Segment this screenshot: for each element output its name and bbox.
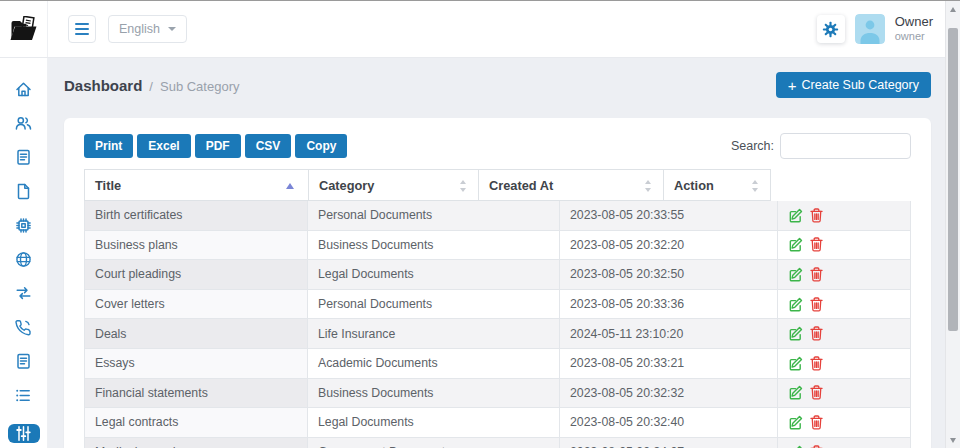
search-input[interactable] [780,133,911,159]
csv-button[interactable]: CSV [245,134,292,158]
sidebar-item-transactions[interactable] [14,284,33,302]
sidebar-item-users[interactable] [14,114,33,132]
hamburger-icon [75,23,89,25]
copy-button[interactable]: Copy [295,134,347,158]
sub-category-table: Title Category Created At Action Birth c… [84,169,911,448]
sidebar-item-settings-active[interactable] [8,424,40,443]
cell-title: Deals [84,319,308,349]
cell-title: Legal contracts [84,408,308,438]
column-header-title[interactable]: Title [84,169,309,201]
cell-created-at: 2023-08-05 20:34:07 [560,438,778,448]
vertical-scrollbar[interactable] [945,1,960,448]
cell-category: Government Documents [308,438,560,448]
sort-asc-icon [286,183,294,189]
print-button[interactable]: Print [84,134,133,158]
table-row: Legal contracts Legal Documents 2023-08-… [84,408,911,438]
delete-icon[interactable] [810,415,823,430]
table-header: Title Category Created At Action [84,169,911,201]
sidebar [0,58,48,448]
edit-icon[interactable] [788,297,803,312]
sliders-icon [14,424,33,443]
delete-icon[interactable] [810,356,823,371]
cell-title: Business plans [84,231,308,261]
sidebar-toggle-button[interactable] [68,15,96,43]
delete-icon[interactable] [810,445,823,448]
delete-icon[interactable] [810,326,823,341]
sidebar-item-list[interactable] [14,386,33,404]
sidebar-item-web[interactable] [14,250,33,268]
plus-icon: + [788,78,797,93]
cell-action [778,231,911,261]
breadcrumb-current: Sub Category [160,79,240,94]
cell-action [778,438,911,448]
cell-created-at: 2023-08-05 20:33:36 [560,290,778,320]
excel-button[interactable]: Excel [137,134,190,158]
delete-icon[interactable] [810,385,823,400]
edit-icon[interactable] [788,326,803,341]
delete-icon[interactable] [810,297,823,312]
export-button-group: Print Excel PDF CSV Copy [84,134,347,158]
edit-icon[interactable] [788,445,803,448]
file-icon [14,182,33,201]
cell-created-at: 2023-08-05 20:33:55 [560,201,778,231]
cell-action [778,408,911,438]
scrollbar-thumb[interactable] [948,28,958,331]
cell-category: Legal Documents [308,408,560,438]
cell-action [778,201,911,231]
table-row: Medical records Government Documents 202… [84,438,911,448]
chevron-down-icon [168,27,176,31]
user-name: Owner [895,15,933,30]
cell-title: Financial statements [84,379,308,409]
main-content: Dashboard / Sub Category + Create Sub Ca… [48,58,960,448]
table-row: Essays Academic Documents 2023-08-05 20:… [84,349,911,379]
delete-icon[interactable] [810,237,823,252]
cell-created-at: 2023-08-05 20:32:20 [560,231,778,261]
user-role: owner [895,30,933,43]
edit-icon[interactable] [788,415,803,430]
cell-action [778,319,911,349]
table-row: Cover letters Personal Documents 2023-08… [84,290,911,320]
user-menu[interactable]: Owner owner [895,15,933,43]
document-lines-icon [14,148,33,167]
cell-title: Birth certificates [84,201,308,231]
sidebar-item-pages[interactable] [14,352,33,370]
edit-icon[interactable] [788,267,803,282]
column-header-category[interactable]: Category [309,169,479,201]
edit-icon[interactable] [788,356,803,371]
folder-logo-icon [9,16,39,42]
edit-icon[interactable] [788,237,803,252]
pdf-button[interactable]: PDF [195,134,241,158]
cell-action [778,379,911,409]
breadcrumb-dashboard-link[interactable]: Dashboard [64,77,142,94]
app-logo[interactable] [0,1,48,57]
avatar[interactable] [855,14,885,44]
breadcrumb: Dashboard / Sub Category [64,77,239,94]
cell-action [778,290,911,320]
edit-icon[interactable] [788,385,803,400]
scroll-up-arrow-icon[interactable] [950,7,956,12]
table-row: Business plans Business Documents 2023-0… [84,231,911,261]
sidebar-item-contact[interactable] [14,318,33,336]
sidebar-item-system[interactable] [14,216,33,234]
settings-button[interactable] [817,15,845,43]
topbar: English [0,1,945,58]
sidebar-item-home[interactable] [14,80,33,98]
search-label: Search: [731,139,774,153]
cell-title: Medical records [84,438,308,448]
delete-icon[interactable] [810,267,823,282]
sidebar-item-files[interactable] [14,182,33,200]
sidebar-item-documents[interactable] [14,148,33,166]
globe-icon [14,250,33,269]
edit-icon[interactable] [788,208,803,223]
transfer-icon [14,284,33,303]
table-body: Birth certificates Personal Documents 20… [84,201,911,448]
create-sub-category-button[interactable]: + Create Sub Category [776,72,931,98]
phone-icon [14,318,33,337]
delete-icon[interactable] [810,208,823,223]
language-selector[interactable]: English [108,15,187,43]
column-header-action[interactable]: Action [664,169,771,201]
cell-created-at: 2023-08-05 20:32:40 [560,408,778,438]
table-row: Financial statements Business Documents … [84,379,911,409]
column-header-created-at[interactable]: Created At [479,169,664,201]
scroll-down-arrow-icon[interactable] [950,438,956,443]
